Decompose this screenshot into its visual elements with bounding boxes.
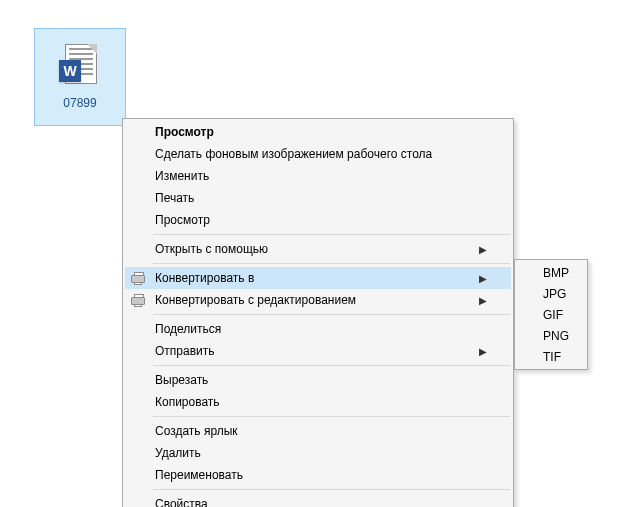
- submenu-item-tif[interactable]: TIF: [517, 346, 585, 367]
- submenu-item-label: PNG: [543, 329, 569, 343]
- menu-separator: [153, 263, 510, 264]
- menu-item-preview[interactable]: Просмотр: [125, 209, 511, 231]
- menu-item-convert-to[interactable]: Конвертировать в ▶: [125, 267, 511, 289]
- menu-separator: [153, 314, 510, 315]
- submenu-item-label: GIF: [543, 308, 563, 322]
- submenu-item-bmp[interactable]: BMP: [517, 262, 585, 283]
- menu-separator: [153, 416, 510, 417]
- menu-item-label: Печать: [155, 191, 489, 205]
- menu-item-label: Просмотр: [155, 213, 489, 227]
- menu-item-label: Конвертировать в: [155, 271, 479, 285]
- menu-item-print[interactable]: Печать: [125, 187, 511, 209]
- submenu-item-png[interactable]: PNG: [517, 325, 585, 346]
- submenu-item-jpg[interactable]: JPG: [517, 283, 585, 304]
- menu-item-set-wallpaper[interactable]: Сделать фоновым изображением рабочего ст…: [125, 143, 511, 165]
- menu-item-convert-with-edit[interactable]: Конвертировать с редактированием ▶: [125, 289, 511, 311]
- menu-item-properties[interactable]: Свойства: [125, 493, 511, 507]
- menu-separator: [153, 234, 510, 235]
- context-menu: Просмотр Сделать фоновым изображением ра…: [122, 118, 514, 507]
- menu-item-label: Удалить: [155, 446, 489, 460]
- file-label: 07899: [63, 96, 96, 110]
- menu-item-label: Отправить: [155, 344, 479, 358]
- menu-item-copy[interactable]: Копировать: [125, 391, 511, 413]
- word-doc-icon: W: [59, 44, 101, 90]
- menu-separator: [153, 365, 510, 366]
- submenu-arrow-icon: ▶: [479, 295, 489, 306]
- menu-item-rename[interactable]: Переименовать: [125, 464, 511, 486]
- submenu-item-label: BMP: [543, 266, 569, 280]
- menu-item-label: Просмотр: [155, 125, 489, 139]
- printer-icon: [130, 270, 146, 286]
- convert-submenu: BMP JPG GIF PNG TIF: [514, 259, 588, 370]
- menu-item-create-shortcut[interactable]: Создать ярлык: [125, 420, 511, 442]
- menu-item-label: Переименовать: [155, 468, 489, 482]
- menu-item-label: Конвертировать с редактированием: [155, 293, 479, 307]
- menu-item-label: Копировать: [155, 395, 489, 409]
- menu-item-label: Открыть с помощью: [155, 242, 479, 256]
- menu-item-share[interactable]: Поделиться: [125, 318, 511, 340]
- menu-item-label: Свойства: [155, 497, 489, 507]
- menu-item-label: Поделиться: [155, 322, 489, 336]
- menu-item-label: Сделать фоновым изображением рабочего ст…: [155, 147, 489, 161]
- submenu-item-label: JPG: [543, 287, 566, 301]
- submenu-arrow-icon: ▶: [479, 346, 489, 357]
- menu-item-label: Вырезать: [155, 373, 489, 387]
- submenu-arrow-icon: ▶: [479, 244, 489, 255]
- menu-item-send-to[interactable]: Отправить ▶: [125, 340, 511, 362]
- submenu-item-label: TIF: [543, 350, 561, 364]
- menu-item-edit[interactable]: Изменить: [125, 165, 511, 187]
- menu-item-label: Изменить: [155, 169, 489, 183]
- submenu-item-gif[interactable]: GIF: [517, 304, 585, 325]
- menu-item-label: Создать ярлык: [155, 424, 489, 438]
- submenu-arrow-icon: ▶: [479, 273, 489, 284]
- file-item[interactable]: W 07899: [34, 28, 126, 126]
- menu-separator: [153, 489, 510, 490]
- menu-item-preview-default[interactable]: Просмотр: [125, 121, 511, 143]
- menu-item-delete[interactable]: Удалить: [125, 442, 511, 464]
- menu-item-cut[interactable]: Вырезать: [125, 369, 511, 391]
- menu-item-open-with[interactable]: Открыть с помощью ▶: [125, 238, 511, 260]
- printer-icon: [130, 292, 146, 308]
